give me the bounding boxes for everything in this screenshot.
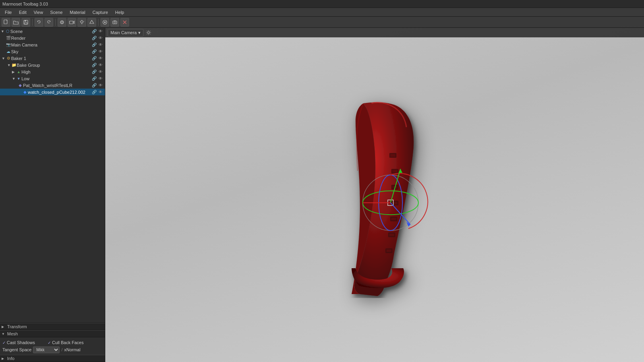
viewport-toolbar: Main Camera ▾	[105, 28, 644, 37]
mesh-section-label: Mesh	[7, 331, 18, 336]
tangent-sep: /	[61, 347, 62, 352]
menu-scene[interactable]: Scene	[47, 9, 66, 15]
light-btn[interactable]	[77, 18, 86, 27]
tree-item-pat-watch[interactable]: ◆ Pat_Watch_wristRTestLR 🔗 👁	[0, 82, 105, 89]
high-label: High	[21, 70, 91, 74]
pat-watch-link-icon[interactable]: 🔗	[91, 83, 97, 88]
menu-edit[interactable]: Edit	[16, 9, 30, 15]
scene-link-icon[interactable]: 🔗	[91, 29, 97, 34]
transform-section-header[interactable]: ▶ Transform	[0, 323, 105, 330]
svg-rect-19	[393, 170, 397, 172]
viewport[interactable]: Main Camera ▾	[105, 28, 644, 362]
pat-watch-icon: ◆	[17, 83, 23, 88]
toolbar	[0, 17, 644, 28]
baker-icon: ⚙	[6, 56, 11, 61]
cull-back-faces-check[interactable]: ✓ Cull Back Faces	[48, 340, 83, 345]
mesh-btn[interactable]	[87, 18, 96, 27]
baker-link-icon[interactable]: 🔗	[91, 56, 97, 61]
viewport-settings-btn[interactable]	[145, 29, 152, 36]
camera-link-icon[interactable]: 🔗	[91, 42, 97, 48]
bakegroup-collapse-arrow[interactable]: ▼	[7, 63, 11, 67]
tangent-space-label: Tangent Space	[2, 347, 31, 352]
tree-item-sky[interactable]: ☁ Sky 🔗 👁	[0, 48, 105, 55]
camera-selector[interactable]: Main Camera ▾	[108, 29, 143, 37]
sky-eye-icon[interactable]: 👁	[98, 49, 103, 54]
svg-rect-27	[389, 234, 394, 236]
pat-watch-eye-icon[interactable]: 👁	[98, 83, 103, 88]
menu-file[interactable]: File	[2, 9, 15, 15]
camera-selector-arrow: ▾	[138, 30, 141, 35]
redo-button[interactable]	[44, 18, 53, 27]
sky-link-icon[interactable]: 🔗	[91, 49, 97, 54]
svg-rect-21	[393, 186, 397, 188]
undo-button[interactable]	[35, 18, 43, 27]
mesh-section-header[interactable]: ▼ Mesh	[0, 330, 105, 337]
tree-item-camera[interactable]: 📷 Main Camera 🔗 👁	[0, 41, 105, 48]
cast-shadows-label: Cast Shadows	[7, 340, 35, 345]
svg-point-12	[104, 21, 106, 23]
camera-eye-icon[interactable]: 👁	[98, 42, 103, 48]
watch-cube-label: watch_closed_pCube212.002	[28, 90, 91, 95]
toolbar-sep-1	[32, 19, 33, 26]
save-button[interactable]	[21, 18, 30, 27]
menu-view[interactable]: View	[31, 9, 46, 15]
menu-help[interactable]: Help	[112, 9, 128, 15]
bakegroup-eye-icon[interactable]: 👁	[98, 62, 103, 68]
low-collapse-arrow[interactable]: ▼	[12, 77, 16, 81]
watch-cube-link-icon[interactable]: 🔗	[91, 89, 97, 95]
tangent-normal-label: xNormal	[64, 347, 80, 352]
render-eye-icon[interactable]: 👁	[98, 35, 103, 41]
info-arrow-icon: ▶	[2, 357, 6, 360]
menu-capture[interactable]: Capture	[89, 9, 111, 15]
high-icon: ▲	[16, 69, 21, 75]
baker-collapse-arrow[interactable]: ▼	[2, 56, 6, 60]
high-link-icon[interactable]: 🔗	[91, 69, 97, 75]
tangent-space-dropdown[interactable]: Mikk 3DSMax Maya	[33, 347, 60, 353]
svg-rect-29	[387, 250, 391, 252]
low-link-icon[interactable]: 🔗	[91, 76, 97, 81]
bakegroup-label: Bake Group	[17, 63, 91, 68]
high-eye-icon[interactable]: 👁	[98, 69, 103, 75]
tree-item-render[interactable]: 🎬 Render 🔗 👁	[0, 35, 105, 41]
toolbar-sep-3	[98, 19, 99, 26]
scene-collapse-arrow[interactable]: ▼	[1, 29, 5, 33]
toolbar-sep-2	[55, 19, 56, 26]
scene-eye-icon[interactable]: 👁	[98, 29, 103, 34]
tree-item-baker[interactable]: ▼ ⚙ Baker 1 🔗 👁	[0, 55, 105, 62]
shadows-cull-row: ✓ Cast Shadows ✓ Cull Back Faces	[2, 339, 102, 346]
scene-btn[interactable]	[58, 18, 66, 27]
bakegroup-icon: 📁	[11, 62, 17, 68]
sky-icon: ☁	[6, 49, 11, 54]
watch-cube-icon: ◆	[22, 89, 28, 95]
svg-rect-7	[70, 21, 73, 24]
tree-item-watch-cube[interactable]: ◆ watch_closed_pCube212.002 🔗 👁	[0, 89, 105, 95]
new-button[interactable]	[2, 18, 10, 27]
baker-label: Baker 1	[11, 56, 91, 61]
camera-btn[interactable]	[68, 18, 76, 27]
delete-btn[interactable]	[120, 18, 129, 27]
high-collapse-arrow[interactable]: ▶	[12, 70, 16, 74]
menu-bar: File Edit View Scene Material Capture He…	[0, 8, 644, 17]
sky-label: Sky	[11, 49, 91, 54]
mesh-arrow-icon: ▼	[2, 332, 6, 336]
cast-shadows-check[interactable]: ✓ Cast Shadows	[2, 340, 35, 345]
capture-btn[interactable]	[110, 18, 119, 27]
cast-shadows-checkmark: ✓	[2, 341, 6, 345]
tree-item-scene[interactable]: ▼ ⬡ Scene 🔗 👁	[0, 28, 105, 35]
render-link-icon[interactable]: 🔗	[91, 35, 97, 41]
bakegroup-link-icon[interactable]: 🔗	[91, 62, 97, 68]
render-label: Render	[11, 36, 91, 41]
info-section-header[interactable]: ▶ Info	[0, 355, 105, 362]
render-btn[interactable]	[101, 18, 109, 27]
watch-3d-viewport	[308, 91, 475, 299]
watch-cube-eye-icon[interactable]: 👁	[98, 89, 103, 95]
tree-item-bakegroup[interactable]: ▼ 📁 Bake Group 🔗 👁	[0, 62, 105, 68]
baker-eye-icon[interactable]: 👁	[98, 56, 103, 61]
menu-material[interactable]: Material	[67, 9, 89, 15]
low-eye-icon[interactable]: 👁	[98, 76, 103, 81]
transform-label: Transform	[7, 324, 27, 329]
open-button[interactable]	[12, 18, 20, 27]
svg-marker-10	[90, 20, 94, 23]
tree-item-high[interactable]: ▶ ▲ High 🔗 👁	[0, 68, 105, 75]
tree-item-low[interactable]: ▼ ▼ Low 🔗 👁	[0, 75, 105, 82]
